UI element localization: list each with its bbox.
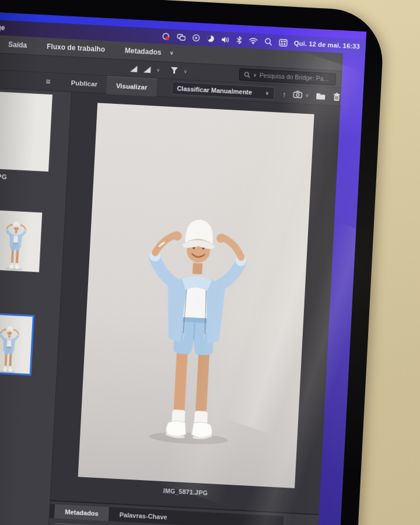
search-placeholder: Pesquisa do Bridge: Pa... [260,72,329,82]
thumbnail-image[interactable] [0,91,52,172]
preview-photo [78,103,314,488]
list-item[interactable]: 65.JPG [0,209,65,285]
camera-import-icon[interactable] [293,90,304,99]
tab-publicar[interactable]: Publicar [61,74,107,93]
sort-dropdown[interactable]: Classificar Manualmente ∨ [172,82,275,100]
rating-stars[interactable]: ☆☆☆ [0,374,56,387]
camera-shutter-icon[interactable] [206,34,215,43]
sort-ascending-icon[interactable]: ↑ [282,89,286,98]
chevron-down-icon[interactable]: ∨ [184,68,187,74]
thumbnail-filename: 65.JPG [0,273,61,285]
tab-metadados-workspace[interactable]: Metadados [125,47,162,57]
spotlight-icon[interactable] [264,37,273,46]
desk-photo-scene: idge [0,0,420,525]
filter-funnel-icon[interactable] [170,66,179,75]
list-item[interactable]: 859.JPG [0,91,71,184]
model-photo-small [0,209,42,272]
search-input[interactable]: ∨ Pesquisa do Bridge: Pa... [239,68,337,85]
sort-value: Classificar Manualmente [177,85,252,96]
menubar-clock[interactable]: Qui. 12 de mai. 16:33 [294,40,360,50]
chevron-down-icon: ∨ [253,72,257,78]
menubar-spacer [11,28,155,36]
chevron-down-icon[interactable]: ∨ [156,67,160,72]
sort-group: Classificar Manualmente ∨ [172,82,275,100]
wifi-icon[interactable] [249,37,258,45]
desktop-wallpaper: Saída Fluxo de trabalho Metadados ∨ ∨ ∨ [0,34,365,525]
bluetooth-icon[interactable] [236,36,243,45]
panel-menu-icon[interactable]: ≡ [45,77,52,87]
model-photo-small [0,314,33,374]
exposure-box: ƒ/ 11.0 1/125 [54,523,113,525]
thumbnail-image[interactable] [0,209,42,272]
new-folder-icon[interactable] [316,92,326,100]
chevron-down-icon: ∨ [265,90,269,96]
preview-quality-icon[interactable] [143,65,152,74]
tab-visualizar[interactable]: Visualizar [106,76,157,96]
tab-metadados[interactable]: Metadados [54,504,110,521]
thumbnail-filename: 71.JPG [0,386,55,397]
bridge-window: Saída Fluxo de trabalho Metadados ∨ ∨ ∨ [0,34,343,525]
tab-fluxo-de-trabalho[interactable]: Fluxo de trabalho [47,43,106,54]
search-icon [244,71,251,78]
thumbnail-quality-icon[interactable] [130,65,138,73]
model-photo-crop [0,91,52,172]
list-item[interactable]: ☆☆☆ 71.JPG [0,314,60,398]
toolbar-spacer [187,71,239,74]
screen: idge [0,12,366,525]
thumbnail-image-selected[interactable] [0,314,33,374]
trash-icon[interactable] [332,92,341,102]
thumbnail-filename: 859.JPG [0,172,67,184]
chevron-down-icon[interactable]: ∨ [169,50,174,56]
app-title: idge [0,23,5,32]
content-area: 859.JPG 65.JPG [0,88,340,525]
tab-saida[interactable]: Saída [8,40,27,50]
chevron-down-icon[interactable]: ∨ [305,92,309,97]
preview-area: IMG_5871.JPG [50,92,340,514]
monitor-bezel: idge [0,0,385,525]
preview-panel: IMG_5871.JPG Metadados Palavras-Chave [45,92,340,525]
play-circle-icon[interactable] [192,34,201,43]
screen-mirroring-icon[interactable] [177,33,186,41]
import-group: ∨ [293,90,309,99]
thumbnail-quality-group: ∨ ∨ [130,64,187,75]
volume-icon[interactable] [221,36,230,44]
record-icon[interactable] [162,32,171,41]
toolbar-end-icons: ↑ ∨ [282,89,341,101]
preview-filename: IMG_5871.JPG [163,487,208,496]
control-center-icon[interactable] [279,38,288,47]
